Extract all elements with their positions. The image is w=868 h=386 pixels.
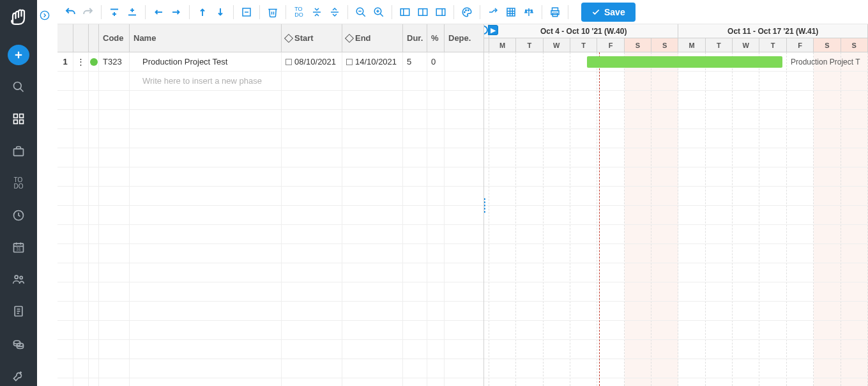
search-icon[interactable] [8, 77, 29, 97]
svg-rect-8 [14, 148, 24, 155]
col-header-depe[interactable]: Depe. [445, 24, 476, 52]
zoom-out-icon[interactable] [352, 3, 370, 21]
people-icon[interactable] [8, 269, 29, 290]
decrease-icon[interactable] [238, 3, 255, 21]
svg-point-23 [40, 11, 49, 19]
cell-code[interactable]: T323 [99, 52, 130, 71]
week-header: Oct 4 - Oct 10 '21 (W.40) [489, 24, 679, 38]
document-icon[interactable] [8, 301, 29, 321]
day-header: T [570, 38, 597, 52]
cell-depe[interactable] [445, 52, 476, 71]
layout-split-icon[interactable] [414, 3, 432, 21]
svg-point-55 [468, 10, 469, 11]
calendar-icon[interactable]: 31 [8, 237, 29, 258]
col-header-dur[interactable]: Dur. [403, 24, 427, 52]
col-header-start[interactable]: Start [282, 24, 342, 52]
grid-body: 1 ⋮ T323 Production Project Test 08/10/2… [57, 52, 483, 386]
wrench-icon[interactable] [8, 366, 29, 386]
cell-dur[interactable]: 5 [403, 52, 427, 71]
cell-end[interactable]: 14/10/2021 [342, 52, 403, 71]
indent-icon[interactable] [167, 3, 185, 21]
day-header: F [787, 38, 814, 52]
gantt-bar-label: Production Project T [791, 58, 860, 66]
delete-icon[interactable] [264, 3, 282, 21]
main-area: Code Name Start End Dur. % Depe. 1 ⋮ T32… [57, 24, 868, 386]
svg-point-2 [14, 82, 22, 90]
day-header: W [544, 38, 570, 52]
gantt-bar[interactable] [587, 56, 782, 68]
svg-rect-47 [400, 8, 409, 15]
col-header-code[interactable]: Code [99, 24, 130, 52]
cell-pct[interactable]: 0 [427, 52, 445, 71]
svg-rect-6 [14, 120, 18, 124]
col-header-name[interactable]: Name [130, 24, 282, 52]
undo-icon[interactable] [61, 3, 79, 21]
save-button[interactable]: Save [581, 3, 636, 22]
layout-left-icon[interactable] [396, 3, 414, 21]
grid-icon[interactable] [502, 3, 520, 21]
collapse-all-icon[interactable] [326, 3, 344, 21]
day-header: F [597, 38, 624, 52]
app-logo [6, 5, 31, 29]
expand-all-icon[interactable] [308, 3, 326, 21]
splitter-handle[interactable] [484, 196, 487, 215]
outdent-icon[interactable] [149, 3, 167, 21]
insert-above-icon[interactable] [105, 3, 123, 21]
left-sidebar: TO DO 31 [0, 0, 37, 386]
move-down-icon[interactable] [211, 3, 229, 21]
balance-icon[interactable] [520, 3, 538, 21]
svg-point-16 [20, 277, 22, 279]
layout-right-icon[interactable] [432, 3, 450, 21]
day-header: S [625, 38, 651, 52]
table-row[interactable]: 1 ⋮ T323 Production Project Test 08/10/2… [57, 52, 483, 72]
row-menu-icon[interactable]: ⋮ [73, 52, 89, 71]
toolbar: TO DO Save [57, 0, 868, 24]
svg-rect-51 [436, 8, 445, 15]
clock-icon[interactable] [8, 205, 29, 226]
day-header: M [678, 38, 705, 52]
svg-point-53 [464, 12, 466, 13]
col-header-pct[interactable]: % [427, 24, 445, 52]
day-header: T [759, 38, 786, 52]
cell-start[interactable]: 08/10/2021 [282, 52, 342, 71]
expand-sidebar-button[interactable] [37, 8, 52, 23]
gantt-panel: ◀ ▶ Oct 4 - Oct 10 '21 (W.40) Oct 11 - O… [484, 24, 868, 386]
svg-rect-7 [20, 120, 24, 124]
redo-icon[interactable] [79, 3, 97, 21]
briefcase-icon[interactable] [8, 141, 29, 161]
cell-name[interactable]: Production Project Test [130, 52, 282, 71]
gantt-header: ◀ ▶ Oct 4 - Oct 10 '21 (W.40) Oct 11 - O… [484, 24, 868, 52]
new-phase-placeholder[interactable]: Write here to insert a new phase [130, 72, 282, 90]
svg-text:31: 31 [16, 247, 21, 251]
todo-toolbar-icon[interactable]: TO DO [290, 3, 308, 21]
status-indicator[interactable] [89, 52, 99, 71]
svg-rect-56 [507, 8, 515, 16]
new-phase-row[interactable]: Write here to insert a new phase [57, 72, 483, 91]
palette-icon[interactable] [458, 3, 476, 21]
day-header: S [814, 38, 841, 52]
dashboard-icon[interactable] [8, 109, 29, 129]
critical-path-icon[interactable] [484, 3, 502, 21]
zoom-in-icon[interactable] [370, 3, 388, 21]
task-grid-panel: Code Name Start End Dur. % Depe. 1 ⋮ T32… [57, 24, 484, 386]
day-header: T [516, 38, 543, 52]
day-header: W [733, 38, 759, 52]
svg-rect-5 [20, 114, 24, 118]
print-icon[interactable] [546, 3, 564, 21]
move-up-icon[interactable] [194, 3, 211, 21]
insert-below-icon[interactable] [123, 3, 141, 21]
time-next-icon[interactable]: ▶ [488, 25, 498, 35]
day-header: S [841, 38, 868, 52]
row-number: 1 [57, 52, 73, 71]
col-header-end[interactable]: End [342, 24, 403, 52]
week-header: Oct 11 - Oct 17 '21 (W.41) [678, 24, 868, 38]
svg-rect-4 [14, 114, 18, 118]
svg-point-54 [466, 10, 467, 11]
add-button[interactable] [8, 45, 29, 65]
day-header: S [651, 38, 678, 52]
svg-line-44 [380, 13, 383, 17]
gantt-body[interactable]: Production Project T [484, 52, 868, 386]
coins-icon[interactable] [8, 334, 29, 354]
svg-line-41 [362, 13, 365, 17]
todo-nav[interactable]: TO DO [8, 173, 29, 194]
